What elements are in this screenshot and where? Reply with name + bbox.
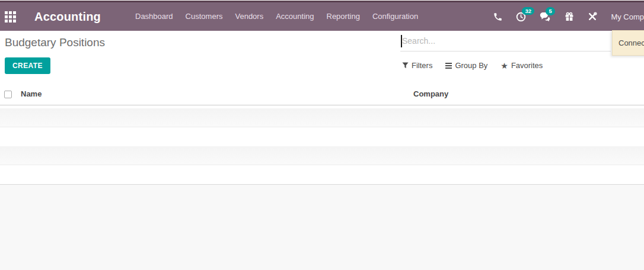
group-by-label: Group By [455,61,487,70]
create-button[interactable]: CREATE [5,57,50,74]
table-footer-area [0,184,644,270]
favorites-button[interactable]: ★ Favorites [500,61,543,70]
table-header-divider [0,105,644,105]
nav-item-accounting[interactable]: Accounting [276,2,314,31]
funnel-icon [402,62,409,69]
filters-label: Filters [412,61,432,70]
activity-count-badge: 32 [522,7,534,15]
main-menu: Dashboard Customers Vendors Accounting R… [135,2,418,31]
messages-chat-icon[interactable]: 5 [540,12,551,21]
nav-item-vendors[interactable]: Vendors [235,2,263,31]
app-title[interactable]: Accounting [34,10,101,24]
content-area: Budgetary Positions Connect CREATE Filte… [0,31,644,270]
company-switcher[interactable]: My Comp [611,12,644,21]
nav-item-reporting[interactable]: Reporting [327,2,360,31]
gift-icon[interactable] [565,12,574,21]
search-box [400,31,611,52]
connect-popup-label: Connect [619,38,644,47]
table-body [0,108,644,184]
star-icon: ★ [500,62,508,70]
table-row [0,146,644,165]
systray: 32 5 [493,12,644,22]
connect-popup[interactable]: Connect [612,30,644,56]
message-count-badge: 5 [546,7,554,15]
group-by-button[interactable]: Group By [445,61,487,70]
favorites-label: Favorites [511,61,543,70]
filters-button[interactable]: Filters [402,61,432,70]
text-cursor [401,35,402,47]
column-header-name[interactable]: Name [21,89,42,98]
activities-clock-icon[interactable]: 32 [516,12,526,22]
nav-item-configuration[interactable]: Configuration [372,2,418,31]
select-all-checkbox[interactable] [4,91,12,98]
nav-item-dashboard[interactable]: Dashboard [135,2,173,31]
filter-bar: Filters Group By ★ Favorites [402,61,543,70]
table-row [0,127,644,146]
apps-menu-icon[interactable] [5,11,16,22]
crossed-tools-icon[interactable] [588,12,597,21]
search-input[interactable] [400,31,611,51]
phone-icon[interactable] [493,12,502,21]
table-row [0,165,644,184]
table-row [0,108,644,127]
column-header-company[interactable]: Company [413,89,448,98]
list-bars-icon [445,63,452,69]
odoo-accounting-page: Accounting Dashboard Customers Vendors A… [0,0,644,270]
nav-item-customers[interactable]: Customers [186,2,223,31]
main-navbar: Accounting Dashboard Customers Vendors A… [0,2,644,31]
page-title: Budgetary Positions [5,36,105,49]
table-header: Name Company [0,88,644,105]
